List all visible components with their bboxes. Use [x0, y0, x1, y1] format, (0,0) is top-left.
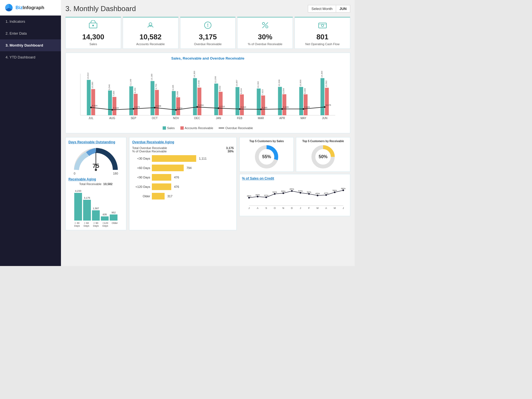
overdue-bar-row: <90 Days 476: [132, 174, 234, 181]
gauge-max: 180: [113, 172, 118, 175]
svg-text:2,475: 2,475: [134, 106, 140, 108]
top5-sales-pct: 55%: [262, 154, 271, 159]
svg-text:JUL: JUL: [88, 117, 93, 120]
svg-rect-8: [319, 23, 326, 28]
svg-rect-49: [240, 94, 244, 115]
svg-text:47%: 47%: [324, 192, 328, 195]
overdue-bar-label: <90 Days: [132, 176, 150, 179]
overdue-bar: [152, 183, 171, 190]
svg-text:3,175: 3,175: [326, 104, 331, 106]
aging-bar-item: 635: [101, 213, 109, 221]
aging-bar-labels: < 30 Days< 60 Days< 90 Days<120 DaysOlde…: [68, 222, 123, 227]
overdue-bar: [152, 165, 184, 171]
kpi-accounts-receivable: 10,582 Accounts Receivable: [123, 17, 178, 49]
aging-bar-label: < 30 Days: [73, 222, 81, 227]
svg-text:J: J: [343, 207, 344, 209]
top5-sales-title: Top 5 Customers by Sales: [249, 140, 284, 143]
svg-text:57%: 57%: [298, 190, 303, 192]
kpi-sales-value: 14,300: [82, 33, 104, 41]
svg-text:75: 75: [93, 162, 99, 169]
svg-point-9: [321, 24, 324, 27]
nav-enter-data[interactable]: 2. Enter Data: [0, 27, 61, 39]
logo-icon: [4, 3, 13, 12]
pct-overdue-icon: [260, 20, 270, 32]
main-chart-title: Sales, Receivable and Overdue Receivable: [70, 56, 346, 60]
aging-total: Total Receivable 10,582: [68, 182, 123, 186]
month-selector[interactable]: Select Month JUN: [308, 5, 350, 12]
overdue-bar-value: 476: [174, 176, 179, 179]
top5-sales-panel: Top 5 Customers by Sales 55%: [239, 137, 294, 172]
svg-rect-17: [108, 91, 112, 115]
nav-ytd-dashboard[interactable]: 4. YTD Dashboard: [0, 51, 61, 63]
svg-rect-52: [257, 88, 261, 115]
svg-rect-37: [193, 78, 197, 115]
svg-text:8,250: 8,250: [134, 88, 136, 93]
legend-receivable-label: Accounts Receivable: [185, 126, 213, 130]
svg-text:52%: 52%: [307, 191, 311, 193]
aging-bar-item: 4,233: [74, 190, 82, 221]
svg-text:9,753: 9,753: [155, 84, 157, 89]
main-chart-section: Sales, Receivable and Overdue Receivable…: [65, 53, 350, 133]
svg-rect-32: [172, 91, 176, 115]
select-month-label: Select Month: [308, 5, 336, 12]
overdue-bar-label: <120 Days: [132, 185, 150, 188]
aging-bar-label: <120 Days: [101, 222, 109, 227]
svg-text:2,928: 2,928: [155, 105, 161, 107]
svg-text:9,546: 9,546: [108, 84, 111, 90]
kpi-overdue-value: 3,175: [199, 33, 217, 41]
kpi-pct-label: % of Overdue Receivable: [248, 42, 282, 46]
svg-rect-19: [112, 97, 116, 115]
svg-text:OCT: OCT: [152, 117, 158, 120]
svg-rect-44: [219, 92, 222, 115]
credit-chart: 35%J40%A37%S52%O55%N65%D57%J52%F45%M47%A…: [242, 182, 348, 213]
bottom-row: Days Receivable Outstanding 75: [65, 137, 350, 230]
legend-sales-label: Sales: [167, 126, 175, 130]
sales-icon: [88, 20, 98, 32]
overdue-bar-label: <60 Days: [132, 166, 150, 170]
svg-text:O: O: [274, 207, 276, 209]
aging-bar-item: 1,587: [92, 207, 100, 221]
svg-text:J: J: [300, 207, 301, 209]
kpi-overdue-label: Overdue Receivable: [194, 42, 222, 46]
legend-overdue-label: Overdue Receivable: [225, 126, 253, 130]
svg-text:N: N: [283, 207, 285, 209]
logo: BizInfograph: [0, 0, 61, 16]
svg-text:10,938: 10,938: [278, 79, 280, 86]
svg-text:10,582: 10,582: [325, 80, 328, 87]
logo-text: BizInfograph: [16, 5, 44, 11]
svg-text:J: J: [249, 207, 250, 209]
main-bar-chart: 13,62210,080JUL9,5467,064AUG11,1498,250S…: [70, 63, 346, 124]
svg-text:2,420: 2,420: [304, 106, 310, 108]
svg-text:M: M: [334, 207, 336, 209]
overdue-bar: [152, 174, 171, 181]
main-header: 3. Monthly Dashboard Select Month JUN: [65, 4, 350, 13]
overdue-bar: [152, 193, 165, 200]
overdue-bar-row: <30 Days 1,111: [132, 155, 234, 162]
svg-rect-62: [299, 87, 303, 115]
svg-text:45%: 45%: [315, 192, 320, 195]
overdue-stats: Total Overdue Receivable 3,175 % of Over…: [132, 146, 234, 153]
svg-text:M: M: [317, 207, 319, 209]
overdue-bar-label: Older: [132, 195, 150, 198]
nav-monthly-dashboard[interactable]: 3. Monthly Dashboard: [0, 39, 61, 51]
svg-text:JUN: JUN: [322, 117, 327, 120]
top5-row: Top 5 Customers by Sales 55% Top 5 Custo…: [239, 137, 350, 172]
gauge-svg: 75: [74, 146, 118, 171]
nav-indicators[interactable]: 1. Indicators: [0, 16, 61, 27]
svg-text:10,080: 10,080: [91, 81, 94, 88]
svg-text:A: A: [325, 207, 327, 209]
svg-text:37%: 37%: [264, 194, 268, 197]
svg-rect-42: [214, 84, 218, 115]
svg-text:AUG: AUG: [109, 117, 115, 120]
select-month-value[interactable]: JUN: [336, 5, 350, 12]
svg-text:DEC: DEC: [194, 117, 200, 120]
top5-receivable-pct: 50%: [319, 154, 328, 159]
receivable-aging-title: Receivable Aging: [68, 177, 123, 181]
svg-text:SEP: SEP: [131, 117, 136, 120]
overdue-aging-title: Overdue Receivable Aging: [132, 140, 234, 144]
svg-text:JAN: JAN: [216, 117, 221, 120]
svg-text:59%: 59%: [332, 189, 337, 192]
svg-point-2: [92, 25, 94, 26]
svg-text:65%: 65%: [290, 188, 294, 190]
aging-bar-item: 3,175: [83, 196, 91, 221]
